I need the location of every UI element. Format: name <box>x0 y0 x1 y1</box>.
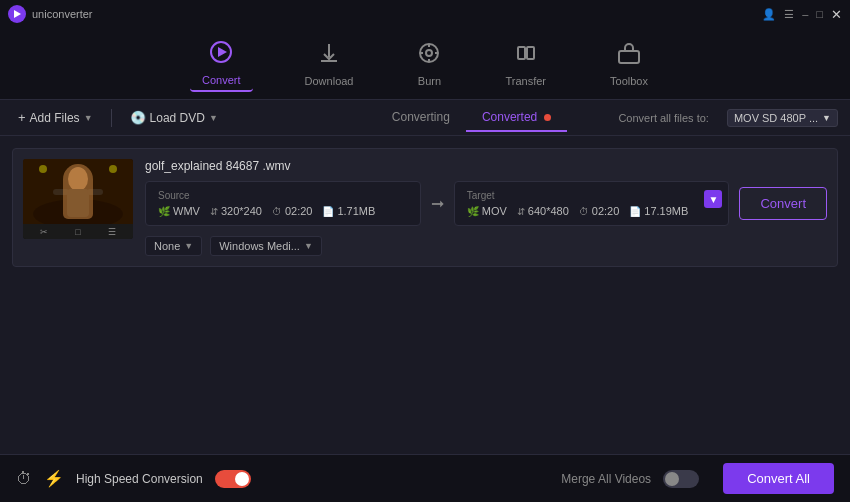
svg-marker-2 <box>218 47 227 57</box>
convert-all-button[interactable]: Convert All <box>723 463 834 494</box>
svg-point-15 <box>68 167 88 191</box>
minimize-icon[interactable]: – <box>802 8 808 20</box>
effect-dropdown-arrow: ▼ <box>184 241 193 251</box>
preset-dropdown[interactable]: Windows Medi... ▼ <box>210 236 322 256</box>
file-info: golf_explained 84687 .wmv Source 🌿 WMV ⇵… <box>145 159 827 256</box>
preset-value: Windows Medi... <box>219 240 300 252</box>
nav-label-download: Download <box>305 75 354 87</box>
target-label: Target <box>467 190 717 201</box>
file-name: golf_explained 84687 .wmv <box>145 159 827 173</box>
svg-point-4 <box>426 50 432 56</box>
toolbar: + Add Files ▼ 💿 Load DVD ▼ Converting Co… <box>0 100 850 136</box>
transfer-nav-icon <box>514 41 538 71</box>
source-box: Source 🌿 WMV ⇵ 320*240 ⏱ 02:20 <box>145 181 421 226</box>
convert-all-label: Convert all files to: <box>618 112 708 124</box>
add-files-button[interactable]: + Add Files ▼ <box>12 107 99 128</box>
file-item: ✂ □ ☰ golf_explained 84687 .wmv Source 🌿… <box>12 148 838 267</box>
tab-converting[interactable]: Converting <box>376 104 466 132</box>
source-label: Source <box>158 190 408 201</box>
lightning-icon: ⚡ <box>44 469 64 488</box>
load-dvd-arrow[interactable]: ▼ <box>209 113 218 123</box>
nav-item-download[interactable]: Download <box>293 37 366 91</box>
toolbar-divider <box>111 109 112 127</box>
app-logo: uniconverter <box>8 5 93 23</box>
target-dropdown-button[interactable]: ▼ <box>704 190 722 208</box>
nav-label-convert: Convert <box>202 74 241 86</box>
source-duration: ⏱ 02:20 <box>272 205 313 217</box>
tab-group: Converting Converted <box>376 104 567 132</box>
svg-rect-9 <box>518 47 525 59</box>
svg-point-20 <box>109 165 117 173</box>
svg-point-19 <box>39 165 47 173</box>
adjust-icon[interactable]: ☰ <box>108 227 116 237</box>
target-details: 🌿 MOV ⇵ 640*480 ⏱ 02:20 📄 <box>467 205 717 217</box>
cut-icon[interactable]: ✂ <box>40 227 48 237</box>
format-icon: 🌿 <box>158 206 170 217</box>
burn-nav-icon <box>417 41 441 71</box>
nav-bar: Convert Download Burn <box>0 28 850 100</box>
source-size: 📄 1.71MB <box>322 205 375 217</box>
target-file-icon: 📄 <box>629 206 641 217</box>
svg-rect-17 <box>53 189 69 195</box>
menu-icon[interactable]: ☰ <box>784 8 794 21</box>
nav-label-toolbox: Toolbox <box>610 75 648 87</box>
file-thumbnail: ✂ □ ☰ <box>23 159 133 239</box>
source-details: 🌿 WMV ⇵ 320*240 ⏱ 02:20 📄 <box>158 205 408 217</box>
merge-toggle[interactable] <box>663 470 699 488</box>
effect-value: None <box>154 240 180 252</box>
toolbox-nav-icon <box>617 41 641 71</box>
nav-item-burn[interactable]: Burn <box>405 37 453 91</box>
arrow-right-icon: ➞ <box>431 194 444 213</box>
format-dropdown-arrow: ▼ <box>822 113 831 123</box>
svg-rect-10 <box>527 47 534 59</box>
target-format-icon: 🌿 <box>467 206 479 217</box>
tab-converted-badge <box>544 114 551 121</box>
high-speed-toggle[interactable] <box>215 470 251 488</box>
clock-icon: ⏱ <box>272 206 282 217</box>
title-bar: uniconverter 👤 ☰ – □ ✕ <box>0 0 850 28</box>
plus-icon: + <box>18 110 26 125</box>
svg-rect-18 <box>87 189 103 195</box>
content-area: ✂ □ ☰ golf_explained 84687 .wmv Source 🌿… <box>0 136 850 454</box>
speed-toggle-knob <box>235 472 249 486</box>
alarm-icon[interactable]: ⏱ <box>16 470 32 488</box>
window-controls: 👤 ☰ – □ ✕ <box>762 7 842 22</box>
nav-item-convert[interactable]: Convert <box>190 36 253 92</box>
nav-item-toolbox[interactable]: Toolbox <box>598 37 660 91</box>
download-nav-icon <box>317 41 341 71</box>
convert-nav-icon <box>209 40 233 70</box>
thumb-controls: ✂ □ ☰ <box>23 224 133 239</box>
target-clock-icon: ⏱ <box>579 206 589 217</box>
target-size: 📄 17.19MB <box>629 205 688 217</box>
add-files-arrow[interactable]: ▼ <box>84 113 93 123</box>
add-files-label: Add Files <box>30 111 80 125</box>
source-resolution: ⇵ 320*240 <box>210 205 262 217</box>
close-icon[interactable]: ✕ <box>831 7 842 22</box>
crop-icon[interactable]: □ <box>75 227 80 237</box>
app-logo-icon <box>8 5 26 23</box>
target-duration: ⏱ 02:20 <box>579 205 620 217</box>
svg-rect-12 <box>619 51 639 63</box>
svg-marker-0 <box>14 10 21 18</box>
conversion-row: Source 🌿 WMV ⇵ 320*240 ⏱ 02:20 <box>145 181 827 226</box>
file-icon: 📄 <box>322 206 334 217</box>
resolution-icon: ⇵ <box>210 206 218 217</box>
tab-converted[interactable]: Converted <box>466 104 567 132</box>
maximize-icon[interactable]: □ <box>816 8 823 20</box>
load-dvd-label: Load DVD <box>150 111 205 125</box>
format-selector[interactable]: MOV SD 480P ... ▼ <box>727 109 838 127</box>
dvd-icon: 💿 <box>130 110 146 125</box>
effect-dropdown[interactable]: None ▼ <box>145 236 202 256</box>
app-name: uniconverter <box>32 8 93 20</box>
nav-item-transfer[interactable]: Transfer <box>493 37 558 91</box>
target-resolution: ⇵ 640*480 <box>517 205 569 217</box>
target-format: 🌿 MOV <box>467 205 507 217</box>
merge-label: Merge All Videos <box>561 472 651 486</box>
convert-button[interactable]: Convert <box>739 187 827 220</box>
load-dvd-button[interactable]: 💿 Load DVD ▼ <box>124 107 224 128</box>
format-value: MOV SD 480P ... <box>734 112 818 124</box>
thumb-image <box>23 159 133 224</box>
nav-label-burn: Burn <box>418 75 441 87</box>
user-icon[interactable]: 👤 <box>762 8 776 21</box>
nav-label-transfer: Transfer <box>505 75 546 87</box>
